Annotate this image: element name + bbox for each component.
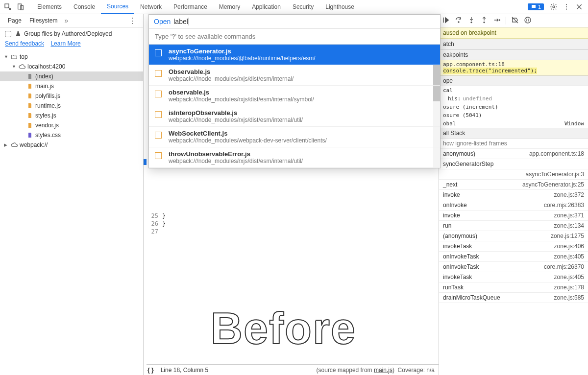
tree-item[interactable]: styles.js bbox=[0, 111, 143, 120]
tab-memory[interactable]: Memory bbox=[213, 0, 246, 14]
scope-closure-num[interactable]: osure (5041) bbox=[439, 111, 588, 119]
svg-point-6 bbox=[566, 9, 567, 10]
quick-open-prefix: Open bbox=[154, 18, 171, 25]
navigator-pane: Page Filesystem » ⋮ Group files by Autho… bbox=[0, 14, 144, 375]
learn-more-link[interactable]: Learn More bbox=[50, 40, 80, 47]
step-into-icon[interactable] bbox=[467, 16, 475, 25]
subtab-filesystem[interactable]: Filesystem bbox=[25, 15, 61, 26]
svg-point-4 bbox=[566, 4, 567, 5]
tree-item[interactable]: ▶webpack:// bbox=[0, 140, 143, 150]
svg-point-11 bbox=[525, 17, 531, 23]
ignore-listed-toggle[interactable]: how ignore-listed frames bbox=[439, 139, 588, 149]
group-files-row: Group files by Authored/Deployed bbox=[0, 27, 143, 40]
debugger-toolbar bbox=[439, 14, 588, 27]
stack-frame[interactable]: (anonymous)zone.js:1275 bbox=[439, 231, 588, 241]
stack-frame[interactable]: drainMicroTaskQueuezone.js:585 bbox=[439, 293, 588, 303]
scope-closure-inc[interactable]: osure (increment) bbox=[439, 103, 588, 111]
deactivate-breakpoints-icon[interactable] bbox=[511, 16, 519, 25]
stack-frame[interactable]: syncGeneratorStep bbox=[439, 159, 588, 169]
subtab-page[interactable]: Page bbox=[4, 15, 25, 26]
stack-frame[interactable]: invokezone.js:371 bbox=[439, 211, 588, 221]
device-toggle-icon[interactable] bbox=[15, 1, 26, 13]
pause-exceptions-icon[interactable] bbox=[524, 16, 532, 25]
stack-frame[interactable]: onInvokeTaskcore.mjs:26370 bbox=[439, 262, 588, 272]
quick-open-item[interactable]: WebSocketClient.jswebpack:///node_module… bbox=[149, 127, 440, 147]
callstack-section[interactable]: all Stack bbox=[439, 128, 588, 139]
devtools-top-bar: ElementsConsoleSourcesNetworkPerformance… bbox=[0, 0, 588, 14]
stack-frame[interactable]: onInvokeTaskzone.js:405 bbox=[439, 252, 588, 262]
close-icon[interactable] bbox=[573, 1, 585, 13]
file-tree[interactable]: ▼top▼localhost:4200(index)main.jspolyfil… bbox=[0, 50, 143, 152]
step-icon[interactable] bbox=[493, 16, 501, 25]
tab-application[interactable]: Application bbox=[246, 0, 287, 14]
tab-console[interactable]: Console bbox=[68, 0, 101, 14]
tree-item[interactable]: ▼top bbox=[0, 52, 143, 62]
tab-network[interactable]: Network bbox=[134, 0, 168, 14]
resume-icon[interactable] bbox=[442, 16, 450, 25]
stack-frame[interactable]: invokezone.js:372 bbox=[439, 190, 588, 200]
svg-point-10 bbox=[499, 20, 500, 21]
tab-sources[interactable]: Sources bbox=[101, 0, 134, 14]
tree-item[interactable]: polyfills.js bbox=[0, 91, 143, 101]
tab-security[interactable]: Security bbox=[287, 0, 319, 14]
tree-item[interactable]: runtime.js bbox=[0, 101, 143, 111]
quick-open-item[interactable]: asyncToGenerator.jswebpack:///node_modul… bbox=[149, 45, 440, 65]
quick-open-item[interactable]: Observable.jswebpack:///node_modules/rxj… bbox=[149, 65, 440, 86]
inspect-icon[interactable] bbox=[2, 1, 14, 13]
kebab-icon[interactable] bbox=[561, 1, 572, 13]
overlay-before-label: Before bbox=[211, 304, 356, 354]
pretty-print-icon[interactable]: { } bbox=[147, 367, 154, 374]
quick-open-item[interactable]: observable.jswebpack:///node_modules/rxj… bbox=[149, 86, 440, 106]
stack-frame[interactable]: runzone.js:134 bbox=[439, 221, 588, 231]
stack-frame[interactable]: _nextasyncToGenerator.js:25 bbox=[439, 180, 588, 190]
group-files-checkbox[interactable] bbox=[5, 31, 11, 37]
stack-frame[interactable]: onInvokecore.mjs:26383 bbox=[439, 200, 588, 211]
source-map-info: (source mapped from main.js) Coverage: n… bbox=[317, 367, 435, 374]
subtab-more[interactable]: » bbox=[61, 15, 71, 26]
scope-global[interactable]: obalWindow bbox=[439, 119, 588, 128]
tree-item[interactable]: vendor.js bbox=[0, 120, 143, 130]
step-out-icon[interactable] bbox=[480, 16, 488, 25]
scope-this[interactable]: his:undefined bbox=[439, 94, 588, 103]
quick-open-item[interactable]: throwUnobservableError.jswebpack:///node… bbox=[149, 147, 440, 168]
code-line: 27 bbox=[148, 228, 439, 236]
pause-banner: aused on breakpoint bbox=[439, 27, 588, 39]
quick-open-input-row[interactable]: Open label bbox=[149, 15, 440, 29]
quick-open-dialog: Open label Type '?' to see available com… bbox=[148, 14, 441, 168]
feedback-badge[interactable]: 1 bbox=[528, 3, 544, 10]
tree-item[interactable]: (index) bbox=[0, 71, 143, 81]
tab-lighthouse[interactable]: Lighthouse bbox=[319, 0, 360, 14]
svg-point-7 bbox=[458, 22, 459, 23]
quick-open-item[interactable]: isInteropObservable.jswebpack:///node_mo… bbox=[149, 106, 440, 127]
tab-performance[interactable]: Performance bbox=[168, 0, 213, 14]
navigator-menu-icon[interactable]: ⋮ bbox=[125, 16, 139, 25]
flask-icon bbox=[15, 31, 21, 37]
settings-icon[interactable] bbox=[548, 1, 560, 13]
svg-point-5 bbox=[566, 6, 567, 7]
step-over-icon[interactable] bbox=[455, 16, 463, 25]
svg-point-8 bbox=[471, 22, 472, 23]
watch-section[interactable]: atch bbox=[439, 39, 588, 49]
scope-section[interactable]: ope bbox=[439, 75, 588, 86]
stack-frame[interactable]: runTaskzone.js:178 bbox=[439, 282, 588, 293]
editor-status-bar: { } Line 18, Column 5 (source mapped fro… bbox=[144, 364, 439, 375]
stack-frame[interactable]: invokeTaskzone.js:406 bbox=[439, 241, 588, 252]
breakpoint-item[interactable]: app.component.ts:18 console.trace("incre… bbox=[439, 60, 588, 75]
tree-item[interactable]: ▼localhost:4200 bbox=[0, 62, 143, 71]
code-line: 26} bbox=[148, 220, 439, 228]
stack-frame[interactable]: invokeTaskzone.js:405 bbox=[439, 272, 588, 282]
svg-point-3 bbox=[553, 6, 555, 8]
tree-item[interactable]: main.js bbox=[0, 81, 143, 91]
quick-open-list[interactable]: asyncToGenerator.jswebpack:///node_modul… bbox=[149, 45, 440, 168]
breakpoints-section[interactable]: eakpoints bbox=[439, 49, 588, 60]
cursor-position: Line 18, Column 5 bbox=[161, 367, 208, 374]
quick-open-query[interactable]: label bbox=[173, 18, 189, 25]
stack-frame[interactable]: asyncToGenerator.js:3 bbox=[439, 169, 588, 180]
scope-local[interactable]: cal bbox=[439, 86, 588, 94]
stack-frame[interactable]: anonymous)app.component.ts:18 bbox=[439, 149, 588, 159]
tab-elements[interactable]: Elements bbox=[31, 0, 68, 14]
svg-point-9 bbox=[484, 22, 485, 23]
code-line: 25 } bbox=[148, 212, 439, 220]
send-feedback-link[interactable]: Send feedback bbox=[5, 40, 44, 47]
tree-item[interactable]: styles.css bbox=[0, 130, 143, 140]
